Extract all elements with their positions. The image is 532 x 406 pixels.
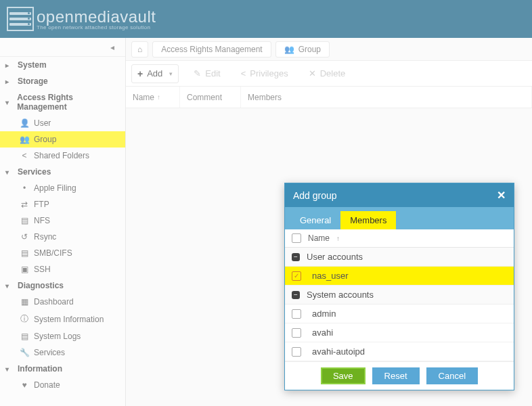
checkbox[interactable] xyxy=(292,328,301,338)
sidebar-item-shared-folders[interactable]: <Shared Folders xyxy=(0,148,125,164)
toggle-icon: ▸ xyxy=(5,62,15,69)
add-group-dialog: Add group ✕ General Members Name ↑ −User… xyxy=(284,183,514,390)
sidebar-item-apple-filing[interactable]: •Apple Filing xyxy=(0,180,125,196)
collapse-icon: − xyxy=(292,253,300,261)
terminal-icon: ▣ xyxy=(19,265,30,274)
wrench-icon: 🔧 xyxy=(19,348,30,357)
sidebar-item-ftp[interactable]: ⇄FTP xyxy=(0,196,125,212)
logo-icon xyxy=(7,7,34,31)
info-icon: ⓘ xyxy=(19,313,30,325)
member-name: nas_user xyxy=(308,271,348,281)
dialog-footer: Save Reset Cancel xyxy=(285,361,514,390)
grid-header: Name↑ Comment Members xyxy=(126,87,532,108)
checkbox[interactable]: ✓ xyxy=(292,271,301,281)
sort-asc-icon: ↑ xyxy=(336,235,340,242)
sort-asc-icon: ↑ xyxy=(157,93,160,101)
tab-members[interactable]: Members xyxy=(340,211,396,229)
brand-name: openmediavault xyxy=(37,7,156,26)
collapse-icon: − xyxy=(292,291,300,299)
sidebar-item-system[interactable]: ▸System xyxy=(0,57,125,73)
grid-column-name[interactable]: Name↑ xyxy=(126,87,180,108)
dialog-close-icon[interactable]: ✕ xyxy=(497,189,506,202)
sidebar-item-nfs[interactable]: ▤NFS xyxy=(0,212,125,229)
sidebar: ◂ ▸System▸Storage▾Access Rights Manageme… xyxy=(0,38,126,406)
sidebar-item-donate[interactable]: ♥Donate xyxy=(0,377,125,393)
group-header[interactable]: −User accounts xyxy=(285,248,514,267)
dialog-title: Add group xyxy=(293,190,337,201)
sidebar-item-diagnostics[interactable]: ▾Diagnostics xyxy=(0,277,125,294)
tab-general[interactable]: General xyxy=(290,211,340,229)
sidebar-item-smb-cifs[interactable]: ▤SMB/CIFS xyxy=(0,245,125,261)
toggle-icon: ▾ xyxy=(5,282,15,290)
heart-icon: ♥ xyxy=(19,380,30,390)
checkbox[interactable] xyxy=(292,347,301,357)
breadcrumb: ⌂ Access Rights Management 👥Group xyxy=(126,38,532,61)
member-row[interactable]: avahi-autoipd xyxy=(285,342,514,361)
sync-icon: ↺ xyxy=(19,232,30,242)
sidebar-collapse[interactable]: ◂ xyxy=(0,38,125,57)
chevron-left-icon: ◂ xyxy=(110,43,114,52)
member-name: admin xyxy=(308,309,336,319)
transfer-icon: ⇄ xyxy=(19,200,30,209)
brand-tagline: The open network attached storage soluti… xyxy=(37,24,156,30)
add-button[interactable]: + Add ▾ xyxy=(131,64,179,83)
dialog-titlebar[interactable]: Add group ✕ xyxy=(285,183,514,207)
member-name: avahi-autoipd xyxy=(308,346,365,357)
breadcrumb-home[interactable]: ⌂ xyxy=(131,41,148,58)
user-icon: 👤 xyxy=(19,118,30,128)
caret-down-icon: ▾ xyxy=(169,70,173,77)
app-header: openmediavault The open network attached… xyxy=(0,0,532,38)
reset-button[interactable]: Reset xyxy=(372,367,420,384)
sidebar-item-ssh[interactable]: ▣SSH xyxy=(0,261,125,277)
sidebar-item-information[interactable]: ▾Information xyxy=(0,361,125,377)
breadcrumb-item[interactable]: Access Rights Management xyxy=(152,41,271,58)
apple-icon: • xyxy=(19,183,30,193)
checkbox[interactable] xyxy=(292,309,301,319)
sidebar-item-system-information[interactable]: ⓘSystem Information xyxy=(0,310,125,328)
share-icon: < xyxy=(19,151,30,160)
save-button[interactable]: Save xyxy=(321,367,365,384)
users-icon: 👥 xyxy=(19,135,30,144)
sidebar-item-services[interactable]: 🔧Services xyxy=(0,344,125,361)
sidebar-item-services[interactable]: ▾Services xyxy=(0,164,125,180)
member-row[interactable]: admin xyxy=(285,304,514,323)
breadcrumb-item[interactable]: 👥Group xyxy=(275,41,330,58)
sidebar-item-dashboard[interactable]: ▦Dashboard xyxy=(0,294,125,310)
cancel-button[interactable]: Cancel xyxy=(426,367,478,384)
sidebar-item-user[interactable]: 👤User xyxy=(0,115,125,131)
dashboard-icon: ▦ xyxy=(19,297,30,307)
delete-button[interactable]: ✕Delete xyxy=(303,66,351,81)
folder-icon: ▤ xyxy=(19,248,30,258)
member-row[interactable]: ✓nas_user xyxy=(285,267,514,286)
privileges-button[interactable]: <Privileges xyxy=(236,66,294,81)
select-all-checkbox[interactable] xyxy=(292,233,301,243)
share-icon: < xyxy=(241,68,246,78)
toggle-icon: ▾ xyxy=(5,99,14,106)
home-icon: ⌂ xyxy=(137,45,142,54)
close-icon: ✕ xyxy=(309,68,316,78)
dialog-scroll[interactable]: −User accounts✓nas_user−System accountsa… xyxy=(285,248,514,361)
member-name: avahi xyxy=(308,328,333,338)
sidebar-item-system-logs[interactable]: ▤System Logs xyxy=(0,328,125,344)
users-icon: 👥 xyxy=(284,45,294,54)
plus-icon: + xyxy=(137,68,143,79)
folder-icon: ▤ xyxy=(19,216,30,225)
sidebar-item-access-rights-management[interactable]: ▾Access Rights Management xyxy=(0,89,125,115)
grid-column-comment[interactable]: Comment xyxy=(180,87,241,108)
member-row[interactable]: avahi xyxy=(285,323,514,342)
dialog-body: Name ↑ −User accounts✓nas_user−System ac… xyxy=(285,229,514,361)
group-header[interactable]: −System accounts xyxy=(285,286,514,304)
grid-column-members[interactable]: Members xyxy=(241,87,532,108)
toggle-icon: ▾ xyxy=(5,365,15,373)
sidebar-item-rsync[interactable]: ↺Rsync xyxy=(0,229,125,245)
pencil-icon: ✎ xyxy=(194,68,201,78)
edit-button[interactable]: ✎Edit xyxy=(188,66,225,81)
toolbar: + Add ▾ ✎Edit <Privileges ✕Delete xyxy=(126,61,532,87)
toggle-icon: ▸ xyxy=(5,78,15,85)
toggle-icon: ▾ xyxy=(5,168,15,176)
dialog-tabs: General Members xyxy=(285,207,514,229)
sidebar-item-storage[interactable]: ▸Storage xyxy=(0,73,125,89)
dialog-list-header[interactable]: Name ↑ xyxy=(285,229,514,248)
sidebar-item-group[interactable]: 👥Group xyxy=(0,131,125,148)
logo-text-block: openmediavault The open network attached… xyxy=(37,7,156,30)
